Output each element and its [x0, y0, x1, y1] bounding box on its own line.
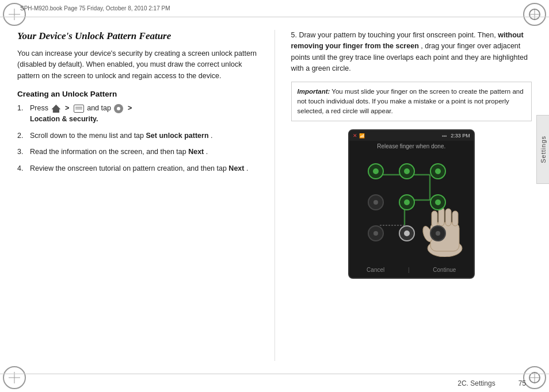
dot-5 — [399, 194, 415, 210]
dot-1 — [368, 163, 384, 179]
content-area: Your Device's Unlock Pattern Feature You… — [17, 18, 532, 372]
step-3-text: Read the information on the screen, and … — [30, 147, 258, 157]
footer-section: 2C. Settings — [458, 379, 495, 387]
phone-bottom-bar: Cancel | Continue — [349, 262, 474, 278]
step-1: 1. Press > and tap > Location & security… — [17, 103, 258, 125]
step-1-and-tap: and tap — [87, 104, 113, 112]
step-3-plain: Read the information on the screen, and … — [30, 148, 188, 156]
step-1-press: Press — [30, 104, 50, 112]
step-4-text: Review the onscreen tutorial on pattern … — [30, 163, 258, 174]
continue-button[interactable]: Continue — [433, 267, 456, 273]
column-divider — [274, 30, 275, 361]
left-column: Your Device's Unlock Pattern Feature You… — [17, 18, 258, 372]
step-3: 3. Read the information on the screen, a… — [17, 147, 258, 157]
step-2-bold: Set unlock pattern — [146, 132, 209, 140]
dot-9 — [430, 225, 446, 241]
step-3-period: . — [206, 148, 208, 156]
cancel-button[interactable]: Cancel — [367, 267, 384, 273]
step-4-period: . — [246, 164, 248, 172]
side-tab-label: Settings — [540, 136, 547, 163]
step-2-plain: Scroll down to the menu list and tap — [30, 132, 146, 140]
important-box: Important: You must slide your finger on… — [291, 82, 532, 122]
step-2-period: . — [211, 132, 212, 140]
step-4: 4. Review the onscreen tutorial on patte… — [17, 163, 258, 174]
status-time: 2:33 PM — [451, 133, 470, 139]
settings-side-tab: Settings — [536, 115, 549, 184]
dot-3 — [430, 163, 446, 179]
step-2-num: 2. — [17, 130, 26, 141]
status-icons: 📶 — [359, 133, 365, 139]
important-label: Important: — [298, 88, 330, 95]
phone-hint: Release finger when done. — [349, 141, 474, 152]
gt-1: > — [65, 103, 69, 114]
step-1-text: Press > and tap > Location & security. — [30, 103, 258, 125]
step-2-text: Scroll down to the menu list and tap Set… — [30, 130, 258, 141]
dot-7 — [368, 225, 384, 241]
page-footer: 2C. Settings 75 — [0, 374, 549, 392]
step-4-plain: Review the onscreen tutorial on pattern … — [30, 164, 228, 172]
important-text: You must slide your finger on the screen… — [298, 88, 524, 115]
step-3-num: 3. — [17, 147, 26, 157]
phone-status-bar: ✕ 📶 ▪▪▪ 2:33 PM — [349, 130, 474, 141]
dot-8 — [399, 225, 415, 241]
home-icon — [51, 105, 60, 113]
battery-icon: ▪▪▪ — [442, 133, 447, 139]
step-5-plain: Draw your pattern by touching your first… — [299, 31, 498, 39]
header-text: SPH-M920.book Page 75 Friday, October 8,… — [20, 5, 170, 11]
steps-list: 1. Press > and tap > Location & security… — [17, 103, 258, 174]
dot-4 — [368, 194, 384, 210]
menu-icon — [74, 105, 84, 113]
status-left: ✕ 📶 — [353, 133, 365, 139]
status-x: ✕ — [353, 133, 357, 139]
btn-divider: | — [408, 267, 410, 273]
phone-pattern-area — [349, 152, 474, 262]
step-4-bold: Next — [228, 164, 244, 172]
status-right: ▪▪▪ 2:33 PM — [442, 133, 470, 139]
page-header: SPH-M920.book Page 75 Friday, October 8,… — [0, 0, 549, 17]
step-2: 2. Scroll down to the menu list and tap … — [17, 130, 258, 141]
footer-page: 75 — [518, 379, 526, 387]
subsection-title: Creating an Unlock Pattern — [17, 90, 258, 98]
intro-paragraph: You can increase your device's security … — [17, 48, 258, 82]
gt-2: > — [128, 103, 132, 114]
step-4-num: 4. — [17, 163, 26, 174]
dot-2 — [399, 163, 415, 179]
right-column: 5. Draw your pattern by touching your fi… — [291, 18, 532, 372]
pattern-grid — [368, 163, 455, 251]
section-title: Your Device's Unlock Pattern Feature — [17, 30, 258, 43]
phone-screen-content: Release finger when done. — [349, 141, 474, 278]
dot-6 — [430, 194, 446, 210]
step-1-num: 1. — [17, 103, 26, 114]
pattern-container — [368, 163, 455, 251]
settings-icon — [114, 104, 123, 113]
step-3-bold: Next — [188, 148, 204, 156]
step-5: 5. Draw your pattern by touching your fi… — [291, 30, 532, 75]
step-5-num: 5. — [291, 31, 299, 39]
phone-screenshot: ✕ 📶 ▪▪▪ 2:33 PM Release finger when done… — [348, 129, 475, 279]
step-1-location: Location & security. — [30, 115, 98, 123]
dot-8-inner — [404, 230, 410, 236]
